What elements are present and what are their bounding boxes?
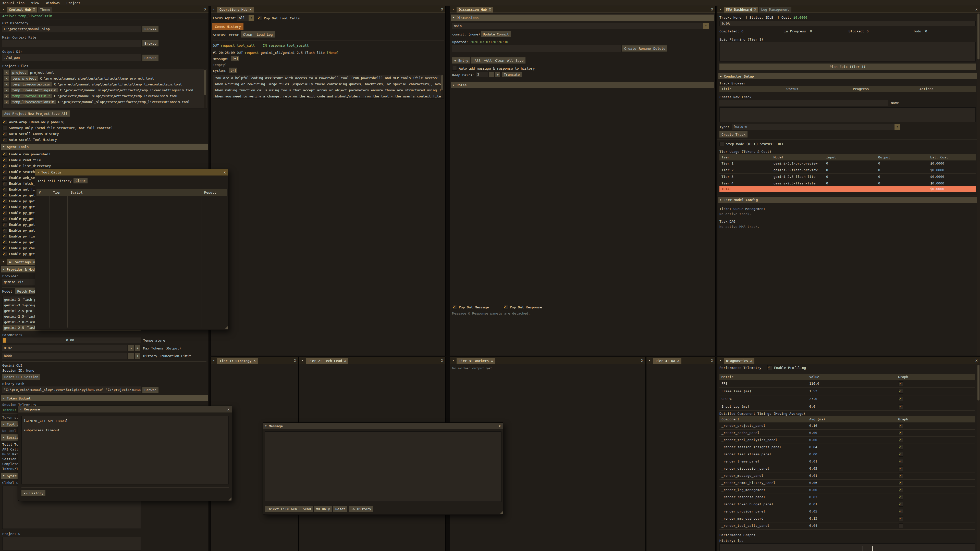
system-box-scrollbar[interactable] [441,75,444,98]
checkbox-icon[interactable] [503,305,508,310]
project-file-row[interactable]: xtemp_livetoolssim *C:\projects\manual_s… [3,93,207,99]
tab-comms-history[interactable]: Comms History [212,23,243,30]
menu-item-windows[interactable]: Windows [46,1,60,5]
discussions-header[interactable]: ▼ Discussions [451,14,714,21]
project-file-row[interactable]: xtemp_livecontextsimC:\projects\manual_s… [3,81,207,87]
close-icon[interactable]: X [344,359,346,362]
option-row[interactable]: Auto-scroll Tool History [2,137,113,143]
keep-pairs-plus-button[interactable]: + [495,72,500,77]
tab-options-icon[interactable]: ▼ [646,357,652,364]
project-file-row[interactable]: xtemp_projectC:\projects\manual_slop\tes… [3,76,207,81]
tab-options-icon[interactable]: ▼ [450,357,456,364]
message-textarea[interactable] [265,431,501,502]
token-budget-header[interactable]: ▼ Token Budget [1,395,208,401]
enable-profiling-checkbox[interactable]: Enable Profiling [767,365,806,370]
graph-checkbox-icon[interactable] [899,430,903,435]
panel-close-icon[interactable]: X [439,7,445,11]
tab-mma-dashboard[interactable]: MMA DashboardX [724,6,758,13]
binary-path-input[interactable]: "C:\projects\manual_slop\.venv\Scripts\p… [2,386,141,393]
close-icon[interactable]: X [224,170,226,174]
tab-diagnostics[interactable]: DiagnosticsX [724,358,754,364]
checkbox-icon[interactable] [2,246,7,251]
plan-epic-button[interactable]: Plan Epic (Tier 1) [719,64,976,70]
project-files-scrollbar[interactable] [204,69,207,108]
tab-options-icon[interactable]: ▼ [0,259,6,265]
type-combo[interactable]: feature [732,124,900,130]
menu-item-project[interactable]: Project [66,1,80,5]
message-expand-button[interactable]: [+] [231,56,239,61]
close-icon[interactable]: X [499,424,501,428]
tab-options-icon[interactable]: ▼ [0,6,6,13]
checkbox-icon[interactable] [452,305,457,310]
file-name-tag[interactable]: temp_liveexecutionsim [11,100,56,104]
add-project-button[interactable]: Add Project [2,110,28,117]
graph-checkbox-icon[interactable] [899,524,903,528]
graph-checkbox-icon[interactable] [899,516,903,521]
add-entry-button[interactable]: + Entry [452,57,470,64]
combo-arrow-icon[interactable]: ▼ [248,15,254,21]
reset-cli-session-button[interactable]: Reset CLI Session [2,374,40,380]
menu-item-view[interactable]: View [31,1,39,5]
collapse-icon[interactable]: ▼ [20,408,21,410]
panel-close-icon[interactable]: X [709,7,715,11]
graph-checkbox-icon[interactable] [899,473,903,478]
slider-grab[interactable] [3,338,6,343]
graph-checkbox-icon[interactable] [899,381,903,386]
remove-file-button[interactable]: x [4,94,9,98]
close-icon[interactable]: X [33,8,35,11]
tab-options-icon[interactable]: ▼ [718,6,724,13]
graph-checkbox-icon[interactable] [899,488,903,492]
file-name-tag[interactable]: temp_livecontextsim [11,82,52,86]
tool-toggle-row[interactable]: Enable read_file [2,157,51,163]
update-commit-button[interactable]: Update Commit [481,31,511,37]
close-icon[interactable]: X [489,8,491,11]
option-row[interactable]: Summary Only (send file structure, not f… [2,125,113,131]
project-system-textarea[interactable] [2,537,141,550]
conductor-setup-header[interactable]: ▶ Conductor Setup [718,73,979,79]
output-dir-input[interactable]: ./md_gen [2,54,141,61]
discussion-combo[interactable]: main [452,23,709,29]
comms-entry[interactable]: #1 20:25:09 OUT request gemini_cli/gemin… [213,51,339,55]
new-project-button[interactable]: New Project [26,110,52,117]
track-description-textarea[interactable] [719,107,976,122]
graph-checkbox-icon[interactable] [899,445,903,449]
comms-clear-button[interactable]: Clear [241,32,255,38]
history-limit-input[interactable]: 8000 [2,353,127,359]
menu-item-app[interactable]: manual slop [3,1,24,5]
response-history-button[interactable]: -> History [21,490,45,496]
remove-file-button[interactable]: x [4,82,9,86]
tool-toggle-row[interactable]: Enable run_powershell [2,151,51,157]
popout-toolcalls-checkbox[interactable]: Pop Out Tool Calls [257,16,300,21]
clear-all-button[interactable]: Clear All [493,57,515,64]
tool-toggle-row[interactable]: Enable list_directory [2,163,51,169]
checkbox-icon[interactable] [2,240,7,245]
create-track-button[interactable]: Create Track [719,131,748,138]
close-icon[interactable]: X [254,359,256,362]
tab-tier2[interactable]: Tier 2: Tech LeadX [306,358,348,364]
main-context-input[interactable] [2,40,141,47]
message-titlebar[interactable]: ▼ Message X [263,423,503,429]
tab-log-management[interactable]: Log Management [759,6,791,13]
max-tokens-minus-button[interactable]: - [128,345,134,351]
create-button[interactable]: Create [622,45,638,52]
track-name-input[interactable] [719,100,888,106]
project-file-row[interactable]: xprojectproject.toml [3,70,207,76]
output-browse-button[interactable]: Browse [142,55,159,61]
tab-tier4[interactable]: Tier 4: QAX [653,358,681,364]
project-file-row[interactable]: xtemp_liveexecutionsimC:\projects\manual… [3,99,207,105]
graph-checkbox-icon[interactable] [899,495,903,499]
combo-arrow-icon[interactable]: ▼ [703,23,709,29]
checkbox-icon[interactable] [2,205,7,210]
checkbox-icon[interactable] [2,126,7,130]
discussion-name-input[interactable] [452,45,620,52]
file-name-tag[interactable]: temp_project [11,76,38,81]
graph-checkbox-icon[interactable] [899,404,903,409]
main-context-browse-button[interactable]: Browse [142,40,159,46]
load-log-button[interactable]: Load Log [255,32,275,38]
graph-checkbox-icon[interactable] [899,438,903,442]
checkbox-icon[interactable] [767,365,772,370]
delete-button[interactable]: Delete [651,45,667,52]
reset-button[interactable]: Reset [333,506,347,512]
close-icon[interactable]: X [677,359,679,362]
temperature-slider[interactable]: 0.00 [2,338,141,343]
